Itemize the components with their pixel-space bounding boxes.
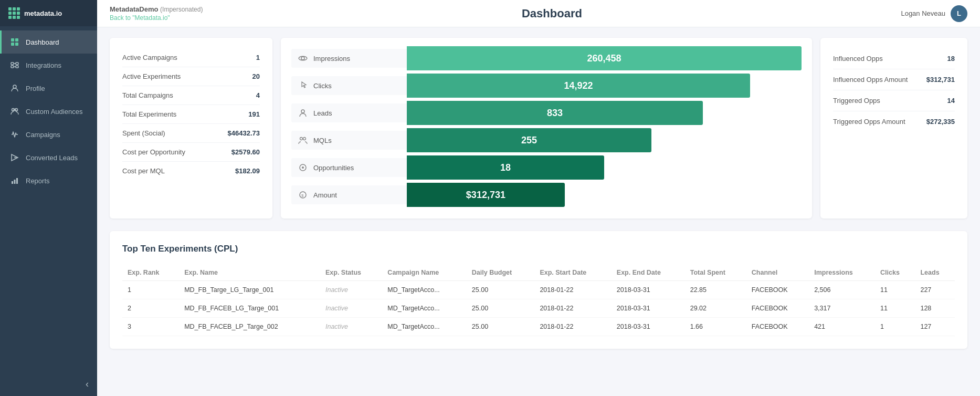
svg-rect-17 — [16, 178, 18, 184]
integrations-icon — [10, 60, 19, 70]
custom-audiences-icon — [10, 107, 19, 116]
table-column-header: Exp. End Date — [612, 265, 685, 281]
table-cell: 2018-01-22 — [534, 318, 611, 336]
stats-row: Cost per MQL$182.09 — [122, 162, 260, 180]
stats-row: Active Campaigns1 — [122, 48, 260, 67]
opps-card: Influenced Opps18Influenced Opps Amount$… — [820, 38, 967, 218]
opps-value: 18 — [947, 55, 955, 62]
sidebar-item-integrations[interactable]: Integrations — [0, 54, 97, 77]
opps-label: Influenced Opps Amount — [833, 76, 908, 84]
funnel-bar: 260,458 — [407, 46, 802, 70]
funnel-icon: $ — [298, 190, 308, 200]
stats-label: Active Experiments — [122, 72, 181, 80]
funnel-label-cell: Clicks — [291, 76, 407, 95]
sidebar-item-profile[interactable]: Profile — [0, 77, 97, 100]
stats-label: Active Campaigns — [122, 54, 177, 61]
svg-rect-1 — [15, 38, 18, 41]
table-cell: 25.00 — [467, 299, 535, 318]
funnel-icon — [298, 162, 308, 173]
sidebar-item-campaigns[interactable]: Campaigns — [0, 123, 97, 146]
table-body: 1MD_FB_Targe_LG_Targe_001InactiveMD_Targ… — [122, 281, 955, 336]
svg-rect-5 — [16, 62, 18, 65]
table-cell: MD_FB_FACEB_LG_Targe_001 — [179, 299, 320, 318]
content-area: Active Campaigns1Active Experiments20Tot… — [97, 27, 980, 396]
sidebar-item-label: Integrations — [26, 61, 61, 69]
funnel-bar: $312,731 — [407, 183, 565, 207]
topbar: MetadataDemo (Impersonated) Back to "Met… — [97, 0, 980, 27]
table-cell: 421 — [809, 318, 875, 336]
opps-value: $312,731 — [926, 76, 955, 84]
table-column-header: Channel — [746, 265, 809, 281]
stats-row: Total Experiments191 — [122, 105, 260, 124]
table-column-header: Clicks — [875, 265, 915, 281]
status-badge: Inactive — [325, 323, 348, 330]
table-cell: Inactive — [320, 281, 382, 299]
funnel-label-cell: $ Amount — [291, 185, 407, 204]
table-cell: 1 — [875, 318, 915, 336]
sidebar-item-dashboard[interactable]: Dashboard — [0, 30, 97, 54]
table-cell: 2018-03-31 — [612, 299, 685, 318]
svg-point-10 — [13, 85, 16, 88]
table-cell: MD_TargetAcco... — [382, 318, 466, 336]
opps-value: 14 — [947, 97, 955, 105]
table-row: 3MD_FB_FACEB_LP_Targe_002InactiveMD_Targ… — [122, 318, 955, 336]
stats-card: Active Campaigns1Active Experiments20Tot… — [110, 38, 272, 218]
funnel-label-cell: Leads — [291, 103, 407, 122]
cards-row: Active Campaigns1Active Experiments20Tot… — [110, 38, 967, 218]
table-cell: FACEBOOK — [746, 318, 809, 336]
table-cell: 1 — [122, 281, 179, 299]
topbar-user: Logan Neveau L — [901, 5, 967, 22]
funnel-card: Impressions 260,458 Clicks 14,922 Leads … — [281, 38, 812, 218]
funnel-row: $ Amount $312,731 — [291, 183, 802, 207]
svg-point-18 — [301, 57, 304, 60]
sidebar-nav: Dashboard Integrations — [0, 26, 97, 372]
svg-point-23 — [302, 166, 304, 169]
table-cell: 227 — [915, 281, 955, 299]
funnel-bar-container: 18 — [407, 155, 802, 180]
table-cell: 3,317 — [809, 299, 875, 318]
funnel-icon — [298, 135, 308, 145]
funnel-bar: 18 — [407, 155, 604, 180]
svg-rect-3 — [15, 43, 18, 46]
opps-label: Influenced Opps — [833, 55, 883, 62]
funnel-bar: 833 — [407, 101, 703, 125]
sidebar-item-custom-audiences[interactable]: Custom Audiences — [0, 100, 97, 123]
svg-rect-4 — [11, 62, 14, 65]
stats-row: Cost per Opportunity$2579.60 — [122, 143, 260, 162]
table-cell: 25.00 — [467, 281, 535, 299]
stats-label: Spent (Social) — [122, 129, 165, 137]
sidebar-collapse-button[interactable]: ‹ — [0, 372, 97, 396]
funnel-bar: 255 — [407, 128, 651, 152]
experiments-table: Exp. RankExp. NameExp. StatusCampaign Na… — [122, 265, 955, 336]
sidebar-item-reports[interactable]: Reports — [0, 169, 97, 192]
stats-label: Total Campaigns — [122, 91, 173, 99]
main-area: MetadataDemo (Impersonated) Back to "Met… — [97, 0, 980, 396]
table-cell: 11 — [875, 299, 915, 318]
svg-rect-0 — [11, 38, 14, 41]
funnel-label: MQLs — [313, 137, 332, 144]
stats-row: Total Campaigns4 — [122, 86, 260, 105]
stats-value: $46432.73 — [228, 129, 260, 137]
svg-point-20 — [300, 138, 303, 140]
funnel-label-cell: MQLs — [291, 131, 407, 150]
back-link[interactable]: Back to "Metadata.io" — [110, 14, 203, 22]
funnel-bar-container: 255 — [407, 128, 802, 152]
table-column-header: Exp. Start Date — [534, 265, 611, 281]
opps-rows: Influenced Opps18Influenced Opps Amount$… — [833, 48, 955, 132]
status-badge: Inactive — [325, 286, 348, 294]
table-cell: 1.66 — [685, 318, 746, 336]
opps-row: Influenced Opps Amount$312,731 — [833, 69, 955, 90]
stats-value: 4 — [256, 91, 260, 99]
sidebar-item-converted-leads[interactable]: Converted Leads — [0, 146, 97, 169]
table-cell: MD_TargetAcco... — [382, 281, 466, 299]
page-title: Dashboard — [203, 7, 901, 20]
account-name: MetadataDemo — [110, 5, 158, 13]
converted-leads-icon — [10, 153, 19, 162]
table-cell: FACEBOOK — [746, 281, 809, 299]
table-column-header: Impressions — [809, 265, 875, 281]
table-column-header: Campaign Name — [382, 265, 466, 281]
funnel-row: Leads 833 — [291, 101, 802, 125]
sidebar-logo[interactable]: metadata.io — [0, 0, 97, 26]
opps-row: Triggered Opps14 — [833, 90, 955, 111]
table-row: 2MD_FB_FACEB_LG_Targe_001InactiveMD_Targ… — [122, 299, 955, 318]
